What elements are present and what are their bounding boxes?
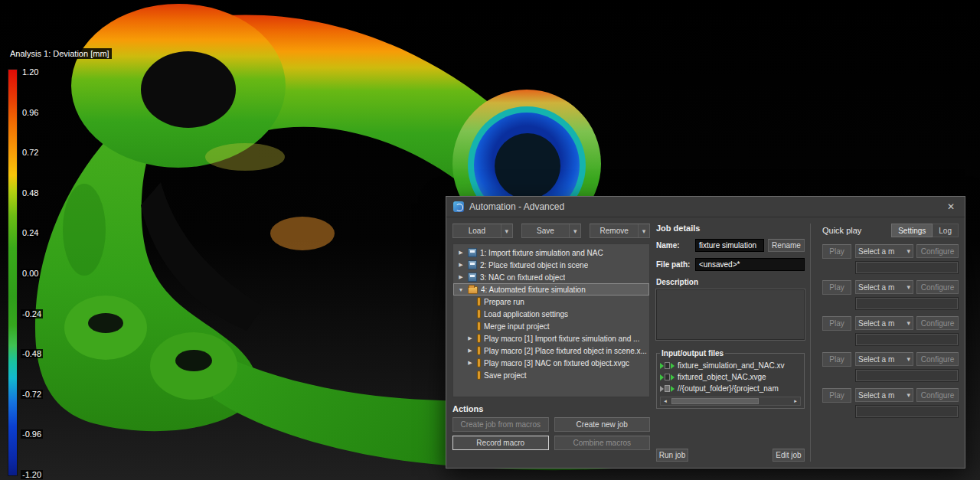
configure-button[interactable]: Configure [916, 316, 959, 330]
select-macro-dropdown[interactable]: Select a m [855, 352, 913, 366]
expand-icon[interactable] [457, 274, 465, 280]
load-button[interactable]: Load [452, 224, 513, 238]
jobs-panel: Load Save Remove [452, 224, 650, 462]
macro-step-icon [477, 358, 481, 367]
edit-job-button[interactable]: Edit job [773, 449, 805, 462]
select-macro-dropdown[interactable]: Select a m [855, 388, 913, 402]
tree-item-step-prepare-run[interactable]: Prepare run [453, 296, 649, 308]
expand-icon[interactable] [466, 335, 474, 341]
automation-icon [453, 201, 464, 212]
quick-play-rows: Play Select a m Configure Play [822, 244, 959, 418]
file-path-input[interactable]: <unsaved>* [695, 258, 805, 271]
io-file-icon [660, 374, 675, 380]
quick-play-header: Quick play [822, 226, 861, 235]
tree-item-job-4-selected[interactable]: 4: Automated fixture simulation [453, 283, 649, 296]
scroll-right-icon[interactable]: ▸ [791, 397, 800, 405]
color-scale-tick: 0.72 [21, 145, 43, 158]
record-macro-button[interactable]: Record macro [452, 436, 549, 450]
job-icon [468, 248, 477, 257]
tab-log[interactable]: Log [933, 224, 959, 237]
rename-button[interactable]: Rename [768, 239, 805, 252]
color-scale-tick: -0.48 [21, 346, 43, 360]
color-scale-tick: -0.72 [21, 387, 43, 400]
run-job-button[interactable]: Run job [656, 449, 688, 462]
expand-icon[interactable] [466, 360, 474, 366]
tree-item-step-play-macro-3[interactable]: Play macro [3] NAC on fixtured object.xv… [453, 357, 649, 369]
tree-item-job-3[interactable]: 3: NAC on fixtured object [453, 271, 649, 283]
io-files-horizontal-scrollbar[interactable]: ◂ ▸ [660, 397, 801, 406]
configure-button[interactable]: Configure [916, 388, 959, 402]
scrollbar-thumb[interactable] [671, 398, 759, 404]
description-textarea[interactable] [656, 289, 805, 340]
select-macro-dropdown[interactable]: Select a m [855, 244, 913, 258]
io-files-header: Input/output files [660, 349, 725, 358]
select-macro-dropdown[interactable]: Select a m [855, 316, 913, 330]
io-file-row-2[interactable]: fixtured_object_NAC.xvge [660, 371, 801, 383]
job-details-panel: Job details Name: fixture simulation Ren… [656, 224, 811, 462]
tree-item-step-play-macro-1[interactable]: Play macro [1] Import fixture simulation… [453, 332, 649, 344]
expand-icon[interactable] [466, 348, 474, 354]
play-button[interactable]: Play [822, 352, 851, 367]
jobs-toolbar: Load Save Remove [452, 224, 650, 238]
close-icon[interactable]: ✕ [944, 201, 958, 212]
actions-buttons: Create job from macros Create new job Re… [452, 417, 650, 450]
play-button[interactable]: Play [822, 388, 851, 403]
name-input[interactable]: fixture simulation [695, 239, 764, 252]
expand-icon[interactable] [457, 250, 465, 256]
color-scale-tick: 1.20 [21, 64, 43, 78]
create-new-job-button[interactable]: Create new job [554, 417, 651, 432]
macro-argument-input[interactable] [855, 261, 959, 274]
color-scale-tick: 0.00 [21, 266, 43, 279]
select-macro-dropdown[interactable]: Select a m [855, 280, 913, 294]
play-button[interactable]: Play [822, 244, 851, 259]
name-label: Name: [656, 241, 691, 250]
color-scale-bar [8, 69, 18, 476]
file-path-label: File path: [656, 260, 691, 269]
macro-argument-input[interactable] [855, 369, 959, 382]
play-button[interactable]: Play [822, 316, 851, 331]
actions-header: Actions [452, 404, 650, 413]
job-tree[interactable]: 1: Import fixture simulation and NAC 2: … [452, 243, 650, 397]
combine-macros-button[interactable]: Combine macros [554, 436, 651, 450]
color-scale: Analysis 1: Deviation [mm] 1.20 0.96 0.7… [8, 46, 112, 480]
tree-item-step-load-settings[interactable]: Load application settings [453, 308, 649, 320]
macro-step-icon [477, 309, 481, 318]
save-button[interactable]: Save [521, 224, 582, 238]
tree-item-job-2[interactable]: 2: Place fixtured object in scene [453, 259, 649, 271]
io-file-row-3[interactable]: //{output_folder}/{project_nam [660, 383, 801, 394]
color-scale-tick: 0.96 [21, 105, 43, 119]
play-button[interactable]: Play [822, 280, 851, 295]
quick-play-row: Play Select a m Configure [822, 352, 959, 382]
expand-icon[interactable] [457, 262, 465, 268]
tree-item-step-merge-project[interactable]: Merge input project [453, 320, 649, 332]
configure-button[interactable]: Configure [916, 352, 959, 366]
color-scale-tick: 0.48 [21, 185, 43, 199]
tree-item-step-play-macro-2[interactable]: Play macro [2] Place fixtured object in … [453, 344, 649, 357]
job-icon [468, 273, 477, 282]
folder-icon [468, 286, 478, 294]
remove-dropdown-arrow-icon[interactable] [638, 224, 649, 237]
remove-button[interactable]: Remove [590, 224, 650, 238]
configure-button[interactable]: Configure [916, 244, 959, 258]
create-job-from-macros-button[interactable]: Create job from macros [452, 417, 549, 432]
tree-item-job-1[interactable]: 1: Import fixture simulation and NAC [453, 247, 649, 259]
io-file-row-1[interactable]: fixture_simulation_and_NAC.xv [660, 360, 801, 371]
tree-item-step-save-project[interactable]: Save project [453, 369, 649, 381]
load-dropdown-arrow-icon[interactable] [501, 224, 512, 237]
description-label: Description [656, 278, 805, 286]
macro-argument-input[interactable] [855, 333, 959, 346]
quick-play-panel: Quick play Settings Log Play Select a m … [817, 224, 959, 462]
quick-play-row: Play Select a m Configure [822, 388, 959, 418]
configure-button[interactable]: Configure [916, 280, 959, 294]
macro-step-icon [477, 346, 481, 355]
macro-argument-input[interactable] [855, 405, 959, 418]
macro-argument-input[interactable] [855, 297, 959, 310]
collapse-icon[interactable] [457, 287, 465, 292]
save-dropdown-arrow-icon[interactable] [569, 224, 580, 237]
scroll-left-icon[interactable]: ◂ [661, 397, 670, 405]
color-scale-tick: -0.96 [21, 426, 43, 440]
tab-settings[interactable]: Settings [891, 224, 933, 237]
dialog-titlebar[interactable]: Automation - Advanced ✕ [446, 197, 965, 217]
job-icon [468, 260, 477, 269]
job-details-header: Job details [656, 224, 805, 233]
